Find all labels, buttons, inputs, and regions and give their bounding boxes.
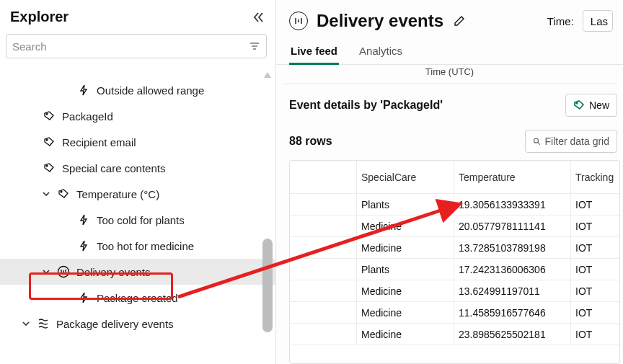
page-title: Delivery events xyxy=(317,11,443,31)
search-icon xyxy=(533,136,541,146)
tree-item-too-hot[interactable]: Too hot for medicine xyxy=(0,233,275,259)
bolt-icon xyxy=(76,239,91,253)
time-range-select[interactable]: Las xyxy=(583,10,613,32)
cell-specialcare: Medicine xyxy=(356,280,454,301)
cell-specialcare: Medicine xyxy=(356,216,454,236)
svg-point-16 xyxy=(534,138,539,143)
grid-row[interactable]: Medicine 20.0577978111141 IOT xyxy=(290,216,619,237)
cell-tracking: IOT xyxy=(570,216,619,236)
grid-row[interactable]: Medicine 13.624991197011 IOT xyxy=(290,280,619,302)
svg-point-4 xyxy=(46,139,48,141)
scrollbar-thumb[interactable] xyxy=(262,239,273,332)
grid-row[interactable]: Plants 17.2423136006306 IOT xyxy=(290,259,619,280)
svg-marker-11 xyxy=(264,72,271,78)
tree-item-delivery-events[interactable]: Delivery events xyxy=(0,259,275,285)
time-label: Time: xyxy=(547,15,574,27)
cell-tracking: IOT xyxy=(570,194,619,215)
cell-temperature: 13.7285103789198 xyxy=(454,237,570,258)
svg-point-3 xyxy=(46,113,48,115)
svg-point-6 xyxy=(61,191,62,192)
tree-item-recipient-email[interactable]: Recipient email xyxy=(0,129,275,155)
tree-item-package-delivery-events[interactable]: Package delivery events xyxy=(0,311,275,337)
tree-label: Package delivery events xyxy=(56,318,174,330)
chevron-down-icon xyxy=(20,318,32,329)
bolt-icon xyxy=(76,213,91,227)
main-panel: Delivery events Time: Las Live feed Anal… xyxy=(276,0,623,364)
collapse-sidebar-icon[interactable] xyxy=(251,10,265,25)
filter-grid-input[interactable]: Filter data grid xyxy=(525,130,617,153)
cell-specialcare: Medicine xyxy=(356,302,454,323)
tab-bar: Live feed Analytics xyxy=(276,39,623,65)
cell-temperature: 20.0577978111141 xyxy=(454,216,570,236)
cell-specialcare: Medicine xyxy=(356,237,454,258)
cell-temperature: 13.624991197011 xyxy=(454,280,570,301)
col-header-specialcare[interactable]: SpecialCare xyxy=(356,161,454,193)
cell-temperature: 11.4585916577646 xyxy=(454,302,570,323)
chart-axis-label: Time (UTC) xyxy=(283,65,616,84)
tab-live-feed[interactable]: Live feed xyxy=(289,39,339,65)
tag-icon xyxy=(42,161,56,175)
tree-label: Recipient email xyxy=(62,136,136,148)
grid-row[interactable]: Medicine 13.7285103789198 IOT xyxy=(290,237,619,259)
search-input[interactable] xyxy=(12,40,244,53)
new-button-label: New xyxy=(589,99,609,111)
tree-item-outside-allowed-range[interactable]: Outside allowed range xyxy=(0,77,275,103)
details-title: Event details by 'PackageId' xyxy=(289,99,443,112)
filter-icon[interactable] xyxy=(249,40,260,52)
explorer-sidebar: Explorer xyxy=(0,0,276,364)
tree-item-package-created[interactable]: Package created xyxy=(0,285,275,311)
tree-item-packageid[interactable]: PackageId xyxy=(0,103,275,129)
tree-label: Temperature (°C) xyxy=(76,188,159,200)
chevron-down-icon xyxy=(40,266,52,278)
cell-specialcare: Medicine xyxy=(356,324,454,345)
bolt-icon xyxy=(76,290,91,305)
tree-label: Package created xyxy=(97,292,178,304)
tag-icon xyxy=(42,109,56,123)
tree-label: Special care contents xyxy=(62,162,165,174)
cell-temperature: 23.8985625502181 xyxy=(454,324,570,345)
tree-label: Too cold for plants xyxy=(97,214,185,226)
tag-icon xyxy=(42,135,56,149)
tree-label: Outside allowed range xyxy=(97,84,204,97)
tree-label: PackageId xyxy=(62,110,113,123)
tree-item-temperature[interactable]: Temperature (°C) xyxy=(0,181,275,207)
col-header-temperature[interactable]: Temperature xyxy=(454,161,570,193)
events-circle-icon xyxy=(56,265,71,279)
col-header-tracking[interactable]: Tracking xyxy=(570,161,619,193)
svg-point-5 xyxy=(46,165,48,167)
data-grid: SpecialCare Temperature Tracking Plants … xyxy=(289,160,620,364)
tree-label: Delivery events xyxy=(76,266,151,278)
cell-tracking: IOT xyxy=(570,237,619,258)
tree-item-too-cold[interactable]: Too cold for plants xyxy=(0,207,275,233)
scroll-up-icon[interactable] xyxy=(262,70,273,80)
scrollbar-rail[interactable] xyxy=(262,66,273,364)
cell-tracking: IOT xyxy=(570,324,619,345)
cell-specialcare: Plants xyxy=(356,259,454,280)
new-button[interactable]: New xyxy=(565,94,617,117)
grid-row[interactable]: Medicine 11.4585916577646 IOT xyxy=(290,302,619,324)
tab-analytics[interactable]: Analytics xyxy=(358,39,404,65)
flow-icon xyxy=(36,316,50,331)
svg-point-15 xyxy=(576,102,578,104)
events-circle-icon xyxy=(289,12,308,30)
cell-temperature: 17.2423136006306 xyxy=(454,259,570,280)
row-count: 88 rows xyxy=(289,135,332,148)
search-input-wrap[interactable] xyxy=(6,34,267,58)
cell-specialcare: Plants xyxy=(356,194,454,215)
tree-label: Too hot for medicine xyxy=(97,240,194,252)
cell-tracking: IOT xyxy=(570,259,619,280)
grid-row[interactable]: Plants 19.3056133933391 IOT xyxy=(290,194,619,216)
grid-row[interactable]: Medicine 23.8985625502181 IOT xyxy=(290,324,619,345)
edit-icon[interactable] xyxy=(452,14,467,28)
grid-header-row: SpecialCare Temperature Tracking xyxy=(290,161,619,194)
sidebar-title: Explorer xyxy=(10,9,69,25)
cell-tracking: IOT xyxy=(570,302,619,323)
cell-temperature: 19.3056133933391 xyxy=(454,194,570,215)
filter-placeholder: Filter data grid xyxy=(545,136,609,147)
cell-tracking: IOT xyxy=(570,280,619,301)
tree-item-special-care[interactable]: Special care contents xyxy=(0,155,275,181)
tag-icon xyxy=(56,187,71,201)
svg-line-17 xyxy=(538,143,540,145)
chevron-down-icon xyxy=(40,188,52,200)
explorer-tree: Outside allowed range PackageId xyxy=(0,77,275,337)
